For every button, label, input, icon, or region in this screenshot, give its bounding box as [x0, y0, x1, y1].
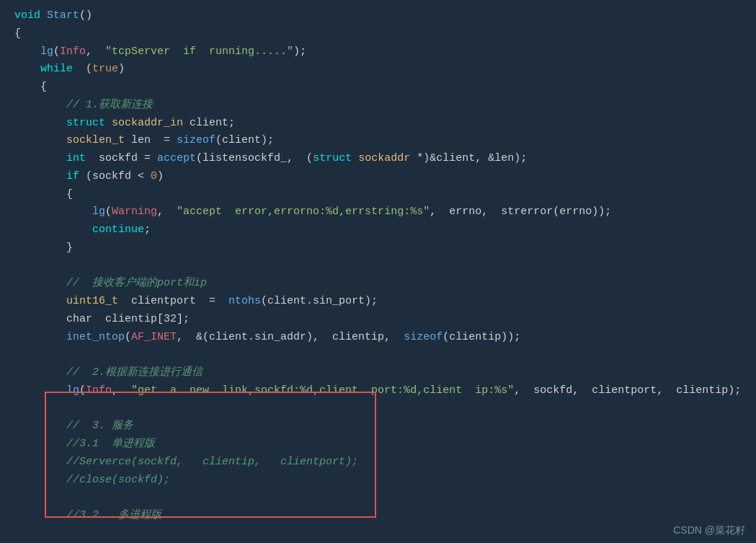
code-line: { — [0, 25, 756, 43]
code-line: void Start() — [0, 7, 756, 25]
code-line: lg(Info, "tcpServer if running....."); — [0, 43, 756, 61]
code-line: socklen_t len = sizeof(client); — [0, 132, 756, 150]
code-line: //Serverce(sockfd, clientip, clientport)… — [0, 454, 756, 472]
code-line: { — [0, 79, 756, 97]
code-line: //3.2 多进程版 — [0, 507, 756, 525]
code-line: while (true) — [0, 61, 756, 79]
code-container: void Start(){ lg(Info, "tcpServer if run… — [0, 0, 756, 543]
code-line — [0, 257, 756, 275]
code-line: continue; — [0, 221, 756, 239]
code-line: // 3. 服务 — [0, 418, 756, 436]
code-line: { — [0, 186, 756, 204]
watermark: CSDN @菜花籽 — [673, 524, 745, 537]
code-line: } — [0, 239, 756, 257]
code-line: struct sockaddr_in client; — [0, 115, 756, 133]
code-line — [0, 346, 756, 364]
code-line: lg(Info, "get a new link,sockfd:%d,clien… — [0, 382, 756, 400]
code-line: if (sockfd < 0) — [0, 168, 756, 186]
code-line: // 1.获取新连接 — [0, 97, 756, 115]
code-line: // 接收客户端的port和ip — [0, 275, 756, 293]
code-line: // 2.根据新连接进行通信 — [0, 364, 756, 382]
code-line: lg(Warning, "accept error,errorno:%d,err… — [0, 203, 756, 221]
code-line: //close(sockfd); — [0, 472, 756, 490]
code-line: uint16_t clientport = ntohs(client.sin_p… — [0, 293, 756, 311]
code-line — [0, 525, 756, 543]
code-line: int sockfd = accept(listensockfd_, (stru… — [0, 150, 756, 168]
code-line — [0, 489, 756, 507]
code-line — [0, 400, 756, 418]
code-line: inet_ntop(AF_INET, &(client.sin_addr), c… — [0, 329, 756, 347]
code-line: char clientip[32]; — [0, 311, 756, 329]
code-line: //3.1 单进程版 — [0, 436, 756, 454]
